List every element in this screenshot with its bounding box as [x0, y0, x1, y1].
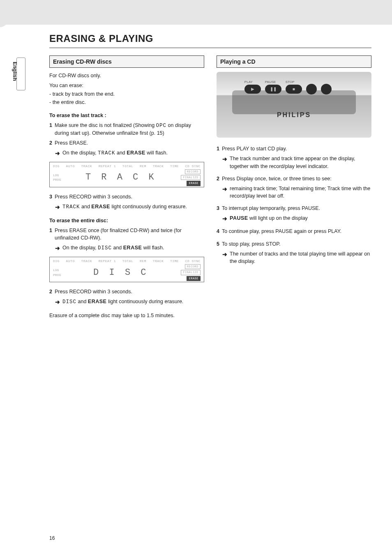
page-number: 16	[49, 535, 371, 541]
step-text: Press PLAY to start CD play.	[222, 145, 371, 152]
lcd-top-label: REPEAT 1	[99, 259, 116, 264]
step-text: To continue play, press PAUSE again or p…	[222, 228, 371, 235]
step-number: 2	[49, 288, 52, 295]
display-panel-track: DIG AUTO TRACK REPEAT 1 TOTAL REM TRACK …	[49, 162, 204, 187]
lcd-top-label: REPEAT 1	[99, 164, 116, 169]
arrow-icon: ➜	[222, 185, 227, 193]
result-line: ➜ The track number and track time appear…	[222, 155, 371, 170]
step-text: Press ERASE once (for finalized CD-RW) a…	[55, 227, 204, 242]
can-erase-label: You can erase:	[49, 82, 204, 89]
result-text: remaining track time; Total remaining ti…	[230, 185, 371, 200]
step-number: 1	[49, 227, 52, 234]
text-part: and	[80, 204, 92, 210]
lcd-left-label: PROG	[53, 177, 61, 182]
lcd-top-label: TRACK	[153, 259, 164, 264]
section-erasing: Erasing CD-RW discs	[49, 55, 204, 68]
language-label: English	[12, 62, 18, 81]
step-number: 2	[49, 139, 52, 147]
lcd-badge-record: RECORD	[185, 169, 201, 174]
display-code: TRACK	[98, 150, 115, 156]
result-text: On the display, DISC and ERASE will flas…	[62, 244, 164, 252]
step-text: Press Display once, twice, or three time…	[222, 175, 371, 182]
step-text: Press RECORD within 3 seconds.	[55, 288, 204, 295]
step-text: Press RECORD within 3 seconds.	[55, 193, 204, 200]
intro-text: For CD-RW discs only.	[49, 72, 204, 79]
lcd-top-label: TOTAL	[122, 259, 134, 264]
lcd-top-label: AUTO	[66, 259, 75, 264]
result-line: ➜ remaining track time; Total remaining …	[222, 185, 371, 200]
device-brand: PHILIPS	[217, 110, 371, 120]
lcd-top-label: TRACK	[81, 259, 92, 264]
lcd-readout: D I S C	[61, 266, 181, 279]
step-row: 1 Press PLAY to start CD play.	[217, 145, 371, 152]
heading-last-track: To erase the last track :	[49, 112, 204, 119]
next-button-graphic	[321, 84, 332, 94]
lcd-top-label: TRACK	[153, 164, 164, 169]
step-text: Make sure the disc is not finalized (Sho…	[55, 122, 204, 137]
arrow-icon: ➜	[55, 149, 60, 157]
result-text: The number of tracks and the total playi…	[230, 250, 371, 265]
arrow-icon: ➜	[55, 203, 60, 211]
lcd-top-label: DIG	[53, 259, 60, 264]
step-number: 4	[217, 228, 219, 235]
step-row: 2 Press ERASE.	[49, 139, 204, 147]
text-part: will light up on the display	[248, 215, 308, 221]
result-line: ➜ PAUSE will light up on the display	[222, 214, 371, 223]
lcd-top-label: CD SYNC	[185, 259, 201, 264]
arrow-icon: ➜	[222, 214, 227, 223]
title-divider	[49, 48, 371, 48]
result-line: ➜ DISC and ERASE light continuously duri…	[55, 298, 204, 306]
lcd-left-label: LOG	[53, 173, 61, 177]
bold-label: PAUSE	[230, 215, 248, 221]
device-illustration: PLAY ▶ PAUSE ❚❚ STOP ■ PHILIPS	[217, 72, 371, 138]
lcd-top-label: REM	[140, 164, 146, 169]
right-column: Playing a CD PLAY ▶ PAUSE ❚❚ STOP ■	[217, 55, 371, 322]
heading-entire-disc: To erase the entire disc:	[49, 217, 204, 224]
lcd-top-label: AUTO	[66, 164, 75, 169]
step-text-part: Make sure the disc is not finalized (Sho…	[55, 122, 156, 128]
lcd-left-label: PROG	[53, 273, 61, 277]
step-number: 5	[217, 240, 219, 248]
result-text: PAUSE will light up on the display	[230, 214, 308, 222]
arrow-icon: ➜	[55, 298, 60, 306]
step-row: 1 Make sure the disc is not finalized (S…	[49, 122, 204, 137]
step-row: 3 To interrupt play temporarily, press P…	[217, 205, 371, 212]
lcd-badge-finalize: FINALIZE	[181, 270, 201, 275]
step-text: Press ERASE.	[55, 139, 204, 147]
text-part: and	[112, 245, 123, 251]
button-label: PLAY	[244, 80, 253, 85]
button-label: STOP	[286, 80, 295, 85]
lcd-top-label: TIME	[170, 259, 179, 264]
lcd-badge-erase: ERASE	[187, 276, 201, 281]
step-row: 5 To stop play, press STOP.	[217, 240, 371, 248]
play-button-graphic: ▶	[244, 85, 261, 94]
text-part: light continuously during erasure.	[106, 299, 183, 304]
step-row: 1 Press ERASE once (for finalized CD-RW)…	[49, 227, 204, 242]
result-text: TRACK and ERASE light continuously durin…	[62, 203, 187, 211]
text-part: and	[115, 150, 127, 156]
result-text: The track number and track time appear o…	[230, 155, 371, 170]
lcd-top-label: DIG	[53, 164, 60, 169]
lcd-top-label: TOTAL	[122, 164, 134, 169]
page-title: ERASING & PLAYING	[49, 33, 371, 44]
display-code: TRACK	[62, 204, 80, 210]
result-line: ➜ On the display, TRACK and ERASE will f…	[55, 149, 204, 157]
step-row: 2 Press RECORD within 3 seconds.	[49, 288, 204, 295]
step-number: 3	[217, 205, 219, 212]
text-part: will flash.	[145, 150, 168, 156]
text-part: On the display,	[62, 245, 98, 251]
bold-label: ERASE	[123, 245, 142, 251]
lcd-top-label: REM	[140, 259, 146, 264]
step-row: 4 To continue play, press PAUSE again or…	[217, 228, 371, 235]
arrow-icon: ➜	[55, 244, 60, 252]
prev-button-graphic	[306, 84, 317, 94]
lcd-left-label: LOG	[53, 268, 61, 272]
step-number: 2	[217, 175, 219, 182]
step-number: 1	[49, 122, 52, 129]
section-playing: Playing a CD	[217, 55, 371, 68]
bold-label: ERASE	[91, 204, 110, 210]
can-erase-item: - the entire disc.	[49, 99, 204, 106]
step-text: To interrupt play temporarily, press PAU…	[222, 205, 371, 212]
result-line: ➜ TRACK and ERASE light continuously dur…	[55, 203, 204, 211]
lcd-readout: T R A C K	[61, 171, 181, 184]
